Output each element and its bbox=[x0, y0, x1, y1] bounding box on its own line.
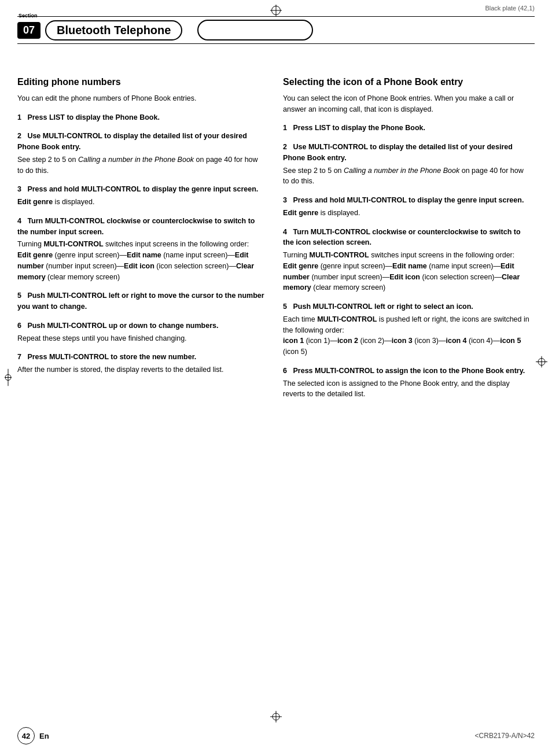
left-step-6-body: Repeat these steps until you have finish… bbox=[17, 333, 266, 344]
en-label: En bbox=[39, 732, 49, 740]
right-step-1: 1 Press LIST to display the Phone Book. bbox=[283, 123, 531, 134]
right-step-2-title: 2 Use MULTI-CONTROL to display the detai… bbox=[283, 142, 531, 164]
right-step-6-title: 6 Press MULTI-CONTROL to assign the icon… bbox=[283, 366, 531, 377]
footer-code: <CRB2179-A/N>42 bbox=[475, 732, 535, 740]
right-step-3-title: 3 Press and hold MULTI-CONTROL to displa… bbox=[283, 195, 531, 206]
step-number: 2 bbox=[17, 132, 27, 140]
section-label: Section bbox=[19, 13, 38, 19]
left-step-3-body: Edit genre is displayed. bbox=[17, 197, 266, 208]
left-step-4-body: Turning MULTI-CONTROL switches input scr… bbox=[17, 239, 266, 282]
step-number: 1 bbox=[17, 113, 27, 121]
left-step-1-title: 1 Press LIST to display the Phone Book. bbox=[17, 112, 266, 123]
page-number: 42 bbox=[17, 727, 35, 744]
left-step-2: 2 Use MULTI-CONTROL to display the detai… bbox=[17, 131, 266, 176]
section-title: Bluetooth Telephone bbox=[45, 20, 182, 40]
right-step-4: 4 Turn MULTI-CONTROL clockwise or counte… bbox=[283, 227, 531, 294]
right-step-4-title: 4 Turn MULTI-CONTROL clockwise or counte… bbox=[283, 227, 531, 249]
crosshair-right-icon bbox=[536, 356, 547, 370]
section-number: 07 bbox=[17, 22, 41, 39]
left-step-2-title: 2 Use MULTI-CONTROL to display the detai… bbox=[17, 131, 266, 153]
left-step-7-title: 7 Press MULTI-CONTROL to store the new n… bbox=[17, 352, 266, 363]
right-heading: Selecting the icon of a Phone Book entry bbox=[283, 76, 531, 88]
left-step-5-title: 5 Push MULTI-CONTROL left or right to mo… bbox=[17, 290, 266, 312]
header-row: Section 07 Bluetooth Telephone bbox=[6, 12, 546, 47]
right-intro: You can select the icon of Phone Book en… bbox=[283, 93, 531, 115]
right-step-3-body: Edit genre is displayed. bbox=[283, 208, 531, 219]
left-step-4-title: 4 Turn MULTI-CONTROL clockwise or counte… bbox=[17, 216, 266, 238]
left-step-3: 3 Press and hold MULTI-CONTROL to displa… bbox=[17, 184, 266, 208]
left-column: Editing phone numbers You can edit the p… bbox=[17, 76, 266, 408]
right-step-6: 6 Press MULTI-CONTROL to assign the icon… bbox=[283, 366, 531, 400]
right-step-5: 5 Push MULTI-CONTROL left or right to se… bbox=[283, 301, 531, 357]
left-step-3-title: 3 Press and hold MULTI-CONTROL to displa… bbox=[17, 184, 266, 195]
left-edge-mark bbox=[5, 368, 12, 388]
right-step-5-body: Each time MULTI-CONTROL is pushed left o… bbox=[283, 314, 531, 357]
right-step-5-title: 5 Push MULTI-CONTROL left or right to se… bbox=[283, 301, 531, 312]
crosshair-bottom-icon bbox=[270, 711, 282, 724]
right-step-6-body: The selected icon is assigned to the Pho… bbox=[283, 378, 531, 400]
main-content: Editing phone numbers You can edit the p… bbox=[0, 59, 552, 419]
plate-info-text: Black plate (42,1) bbox=[485, 5, 535, 12]
left-step-7-body: After the number is stored, the display … bbox=[17, 364, 266, 375]
right-step-2-body: See step 2 to 5 on Calling a number in t… bbox=[283, 165, 531, 187]
footer-left: 42 En bbox=[17, 727, 49, 744]
left-step-1: 1 Press LIST to display the Phone Book. bbox=[17, 112, 266, 123]
right-column: Selecting the icon of a Phone Book entry… bbox=[283, 76, 531, 408]
right-step-3: 3 Press and hold MULTI-CONTROL to displa… bbox=[283, 195, 531, 219]
left-step-4: 4 Turn MULTI-CONTROL clockwise or counte… bbox=[17, 216, 266, 283]
left-step-6: 6 Push MULTI-CONTROL up or down to chang… bbox=[17, 320, 266, 344]
right-step-2: 2 Use MULTI-CONTROL to display the detai… bbox=[283, 142, 531, 187]
left-step-7: 7 Press MULTI-CONTROL to store the new n… bbox=[17, 352, 266, 375]
left-step-5: 5 Push MULTI-CONTROL left or right to mo… bbox=[17, 290, 266, 312]
left-heading: Editing phone numbers bbox=[17, 76, 266, 88]
header-circle-decoration bbox=[197, 20, 313, 40]
right-step-1-title: 1 Press LIST to display the Phone Book. bbox=[283, 123, 531, 134]
left-step-6-title: 6 Push MULTI-CONTROL up or down to chang… bbox=[17, 320, 266, 331]
right-step-4-body: Turning MULTI-CONTROL switches input scr… bbox=[283, 250, 531, 293]
left-intro: You can edit the phone numbers of Phone … bbox=[17, 93, 266, 104]
header-bar: 07 Bluetooth Telephone bbox=[17, 16, 535, 44]
footer: 42 En <CRB2179-A/N>42 bbox=[0, 727, 552, 744]
left-step-2-body: See step 2 to 5 on Calling a number in t… bbox=[17, 154, 266, 176]
